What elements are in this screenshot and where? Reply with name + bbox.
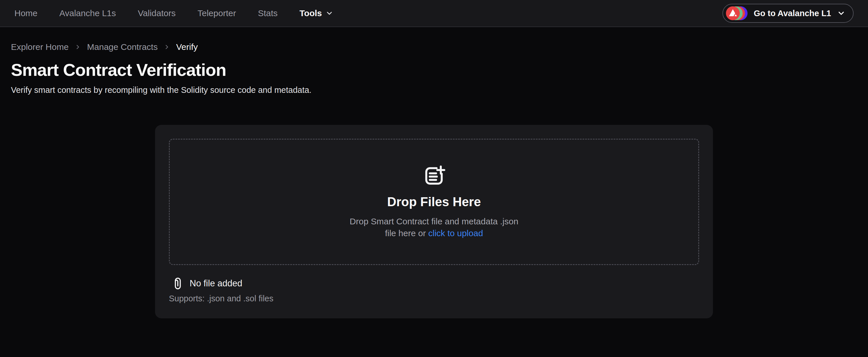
nav-item-avalanche-l1s[interactable]: Avalanche L1s	[59, 8, 116, 18]
dropzone-heading: Drop Files Here	[387, 195, 481, 209]
go-to-avalanche-l1-label: Go to Avalanche L1	[753, 9, 831, 18]
nav-item-home[interactable]: Home	[14, 8, 37, 18]
breadcrumb-manage-contracts[interactable]: Manage Contracts	[87, 42, 158, 52]
chevron-right-icon	[74, 43, 81, 51]
file-status-row: No file added	[169, 276, 699, 290]
paperclip-icon	[173, 276, 183, 290]
nav-item-tools-label: Tools	[300, 8, 322, 18]
breadcrumb: Explorer Home Manage Contracts Verify	[11, 42, 857, 52]
upload-card: Drop Files Here Drop Smart Contract file…	[155, 125, 713, 318]
nav-links: Home Avalanche L1s Validators Teleporter…	[14, 8, 334, 18]
page-subtitle: Verify smart contracts by recompiling wi…	[11, 85, 857, 95]
nav-item-stats[interactable]: Stats	[258, 8, 278, 18]
chevron-down-icon	[326, 9, 334, 17]
file-dropzone[interactable]: Drop Files Here Drop Smart Contract file…	[169, 139, 699, 265]
avalanche-logo-icon	[726, 6, 740, 20]
supported-formats-text: Supports: .json and .sol files	[169, 294, 699, 303]
top-nav-bar: Home Avalanche L1s Validators Teleporter…	[0, 0, 868, 27]
chain-logo-stack	[726, 6, 748, 20]
nav-item-validators[interactable]: Validators	[138, 8, 176, 18]
chevron-down-icon	[837, 9, 845, 18]
nav-item-tools[interactable]: Tools	[300, 8, 334, 18]
file-status-text: No file added	[190, 278, 242, 289]
note-add-icon	[423, 165, 445, 187]
dropzone-description: Drop Smart Contract file and metadata .j…	[349, 215, 518, 239]
breadcrumb-verify: Verify	[176, 42, 198, 52]
click-to-upload-link[interactable]: click to upload	[428, 228, 483, 238]
nav-item-teleporter[interactable]: Teleporter	[197, 8, 236, 18]
chevron-right-icon	[163, 43, 170, 51]
page-title: Smart Contract Verification	[11, 60, 857, 80]
go-to-avalanche-l1-button[interactable]: Go to Avalanche L1	[722, 4, 854, 23]
breadcrumb-explorer-home[interactable]: Explorer Home	[11, 42, 69, 52]
main-content: Explorer Home Manage Contracts Verify Sm…	[0, 27, 868, 318]
dropzone-description-line1: Drop Smart Contract file and metadata .j…	[349, 216, 518, 226]
dropzone-description-line2: file here or	[385, 228, 426, 238]
